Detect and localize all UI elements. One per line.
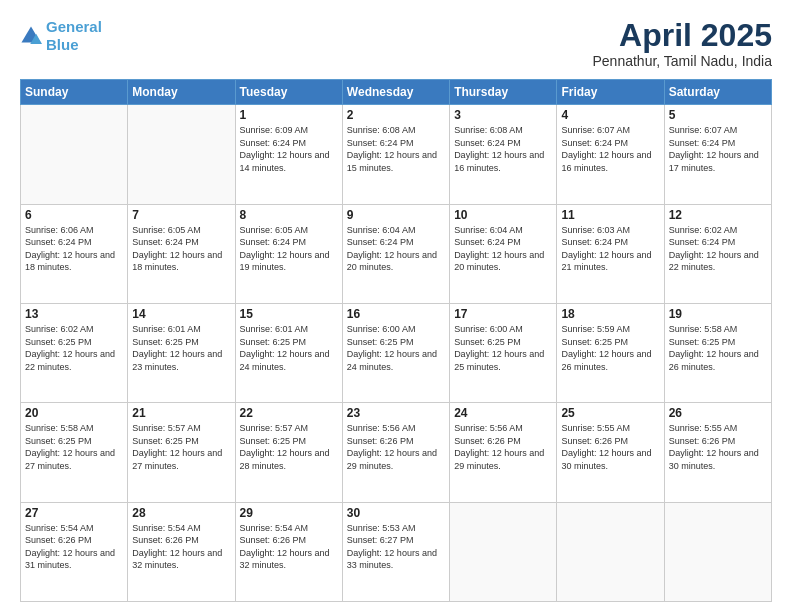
week-row-3: 13Sunrise: 6:02 AM Sunset: 6:25 PM Dayli… [21, 303, 772, 402]
day-cell: 30Sunrise: 5:53 AM Sunset: 6:27 PM Dayli… [342, 502, 449, 601]
day-number: 11 [561, 208, 659, 222]
page: General Blue April 2025 Pennathur, Tamil… [0, 0, 792, 612]
day-number: 19 [669, 307, 767, 321]
day-number: 13 [25, 307, 123, 321]
day-number: 18 [561, 307, 659, 321]
day-detail: Sunrise: 6:02 AM Sunset: 6:24 PM Dayligh… [669, 224, 767, 274]
day-cell: 20Sunrise: 5:58 AM Sunset: 6:25 PM Dayli… [21, 403, 128, 502]
col-sunday: Sunday [21, 80, 128, 105]
day-cell: 18Sunrise: 5:59 AM Sunset: 6:25 PM Dayli… [557, 303, 664, 402]
day-cell: 11Sunrise: 6:03 AM Sunset: 6:24 PM Dayli… [557, 204, 664, 303]
day-detail: Sunrise: 6:08 AM Sunset: 6:24 PM Dayligh… [454, 124, 552, 174]
day-cell: 5Sunrise: 6:07 AM Sunset: 6:24 PM Daylig… [664, 105, 771, 204]
day-cell: 10Sunrise: 6:04 AM Sunset: 6:24 PM Dayli… [450, 204, 557, 303]
day-cell: 16Sunrise: 6:00 AM Sunset: 6:25 PM Dayli… [342, 303, 449, 402]
day-number: 20 [25, 406, 123, 420]
day-detail: Sunrise: 6:05 AM Sunset: 6:24 PM Dayligh… [240, 224, 338, 274]
col-wednesday: Wednesday [342, 80, 449, 105]
day-detail: Sunrise: 6:04 AM Sunset: 6:24 PM Dayligh… [454, 224, 552, 274]
day-detail: Sunrise: 6:04 AM Sunset: 6:24 PM Dayligh… [347, 224, 445, 274]
day-detail: Sunrise: 6:06 AM Sunset: 6:24 PM Dayligh… [25, 224, 123, 274]
day-detail: Sunrise: 5:54 AM Sunset: 6:26 PM Dayligh… [132, 522, 230, 572]
day-number: 15 [240, 307, 338, 321]
day-cell [450, 502, 557, 601]
header: General Blue April 2025 Pennathur, Tamil… [20, 18, 772, 69]
day-number: 8 [240, 208, 338, 222]
main-title: April 2025 [592, 18, 772, 53]
day-detail: Sunrise: 6:07 AM Sunset: 6:24 PM Dayligh… [561, 124, 659, 174]
logo-icon [20, 25, 42, 47]
day-cell: 24Sunrise: 5:56 AM Sunset: 6:26 PM Dayli… [450, 403, 557, 502]
day-detail: Sunrise: 5:53 AM Sunset: 6:27 PM Dayligh… [347, 522, 445, 572]
col-monday: Monday [128, 80, 235, 105]
day-cell: 29Sunrise: 5:54 AM Sunset: 6:26 PM Dayli… [235, 502, 342, 601]
day-number: 29 [240, 506, 338, 520]
day-number: 3 [454, 108, 552, 122]
day-number: 25 [561, 406, 659, 420]
day-cell [128, 105, 235, 204]
day-number: 17 [454, 307, 552, 321]
calendar-header-row: Sunday Monday Tuesday Wednesday Thursday… [21, 80, 772, 105]
day-number: 10 [454, 208, 552, 222]
title-section: April 2025 Pennathur, Tamil Nadu, India [592, 18, 772, 69]
day-cell: 28Sunrise: 5:54 AM Sunset: 6:26 PM Dayli… [128, 502, 235, 601]
day-cell [21, 105, 128, 204]
day-number: 22 [240, 406, 338, 420]
day-detail: Sunrise: 6:00 AM Sunset: 6:25 PM Dayligh… [347, 323, 445, 373]
day-detail: Sunrise: 6:01 AM Sunset: 6:25 PM Dayligh… [132, 323, 230, 373]
col-friday: Friday [557, 80, 664, 105]
day-number: 7 [132, 208, 230, 222]
day-cell: 26Sunrise: 5:55 AM Sunset: 6:26 PM Dayli… [664, 403, 771, 502]
day-cell: 4Sunrise: 6:07 AM Sunset: 6:24 PM Daylig… [557, 105, 664, 204]
day-detail: Sunrise: 6:05 AM Sunset: 6:24 PM Dayligh… [132, 224, 230, 274]
day-number: 14 [132, 307, 230, 321]
day-number: 16 [347, 307, 445, 321]
day-number: 23 [347, 406, 445, 420]
day-cell: 6Sunrise: 6:06 AM Sunset: 6:24 PM Daylig… [21, 204, 128, 303]
week-row-5: 27Sunrise: 5:54 AM Sunset: 6:26 PM Dayli… [21, 502, 772, 601]
day-detail: Sunrise: 5:57 AM Sunset: 6:25 PM Dayligh… [240, 422, 338, 472]
day-cell: 7Sunrise: 6:05 AM Sunset: 6:24 PM Daylig… [128, 204, 235, 303]
day-detail: Sunrise: 6:03 AM Sunset: 6:24 PM Dayligh… [561, 224, 659, 274]
day-detail: Sunrise: 6:09 AM Sunset: 6:24 PM Dayligh… [240, 124, 338, 174]
day-cell: 25Sunrise: 5:55 AM Sunset: 6:26 PM Dayli… [557, 403, 664, 502]
day-number: 2 [347, 108, 445, 122]
col-saturday: Saturday [664, 80, 771, 105]
day-number: 5 [669, 108, 767, 122]
day-cell [557, 502, 664, 601]
col-thursday: Thursday [450, 80, 557, 105]
logo-line1: General [46, 18, 102, 35]
day-detail: Sunrise: 5:58 AM Sunset: 6:25 PM Dayligh… [25, 422, 123, 472]
day-number: 27 [25, 506, 123, 520]
day-detail: Sunrise: 5:56 AM Sunset: 6:26 PM Dayligh… [454, 422, 552, 472]
day-number: 1 [240, 108, 338, 122]
day-detail: Sunrise: 5:55 AM Sunset: 6:26 PM Dayligh… [561, 422, 659, 472]
week-row-4: 20Sunrise: 5:58 AM Sunset: 6:25 PM Dayli… [21, 403, 772, 502]
day-number: 26 [669, 406, 767, 420]
day-number: 4 [561, 108, 659, 122]
day-number: 12 [669, 208, 767, 222]
day-detail: Sunrise: 5:58 AM Sunset: 6:25 PM Dayligh… [669, 323, 767, 373]
day-cell: 2Sunrise: 6:08 AM Sunset: 6:24 PM Daylig… [342, 105, 449, 204]
day-detail: Sunrise: 6:08 AM Sunset: 6:24 PM Dayligh… [347, 124, 445, 174]
day-cell: 9Sunrise: 6:04 AM Sunset: 6:24 PM Daylig… [342, 204, 449, 303]
day-detail: Sunrise: 6:01 AM Sunset: 6:25 PM Dayligh… [240, 323, 338, 373]
subtitle: Pennathur, Tamil Nadu, India [592, 53, 772, 69]
week-row-2: 6Sunrise: 6:06 AM Sunset: 6:24 PM Daylig… [21, 204, 772, 303]
day-number: 9 [347, 208, 445, 222]
day-cell: 13Sunrise: 6:02 AM Sunset: 6:25 PM Dayli… [21, 303, 128, 402]
week-row-1: 1Sunrise: 6:09 AM Sunset: 6:24 PM Daylig… [21, 105, 772, 204]
day-cell: 14Sunrise: 6:01 AM Sunset: 6:25 PM Dayli… [128, 303, 235, 402]
day-cell: 8Sunrise: 6:05 AM Sunset: 6:24 PM Daylig… [235, 204, 342, 303]
logo: General Blue [20, 18, 102, 54]
day-cell: 17Sunrise: 6:00 AM Sunset: 6:25 PM Dayli… [450, 303, 557, 402]
logo-text: General Blue [46, 18, 102, 54]
day-detail: Sunrise: 6:00 AM Sunset: 6:25 PM Dayligh… [454, 323, 552, 373]
day-detail: Sunrise: 6:07 AM Sunset: 6:24 PM Dayligh… [669, 124, 767, 174]
day-cell: 1Sunrise: 6:09 AM Sunset: 6:24 PM Daylig… [235, 105, 342, 204]
logo-line2: Blue [46, 36, 79, 53]
day-cell: 19Sunrise: 5:58 AM Sunset: 6:25 PM Dayli… [664, 303, 771, 402]
day-number: 28 [132, 506, 230, 520]
day-cell: 23Sunrise: 5:56 AM Sunset: 6:26 PM Dayli… [342, 403, 449, 502]
day-cell: 21Sunrise: 5:57 AM Sunset: 6:25 PM Dayli… [128, 403, 235, 502]
